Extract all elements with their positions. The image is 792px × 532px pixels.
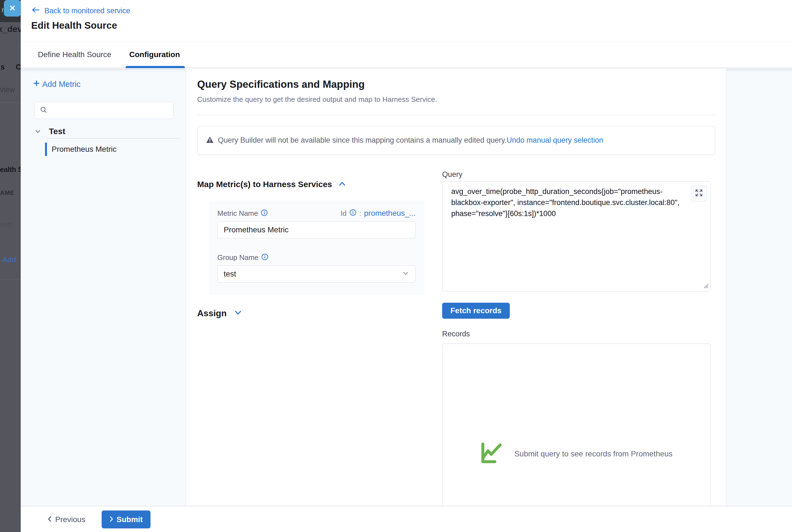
screen: n x_dev s C view ealth S AME rom Add Bac… [0,0,792,532]
maximize-icon [694,188,704,199]
chevron-down-icon [402,271,409,277]
background-fragment: AME [0,189,14,196]
background-fragment: Add [2,255,16,264]
expand-query-button[interactable] [691,186,707,202]
query-textarea[interactable]: avg_over_time(probe_http_duration_second… [451,186,688,219]
arrow-left-icon [31,7,40,15]
records-empty-message: Submit query to see records from Prometh… [514,450,673,458]
metric-name-label: Metric Name [217,209,258,218]
info-icon[interactable] [349,209,356,218]
add-metric-button[interactable]: Add Metric [32,79,81,90]
id-colon: : [359,209,361,218]
chevron-right-icon [109,515,113,524]
modal-footer: Previous Submit [21,506,792,532]
background-fragment: C [16,63,21,72]
mapping-column: Map Metric(s) to Harness Services Metric… [197,69,426,506]
close-icon [8,4,16,13]
tab-configuration[interactable]: Configuration [129,42,180,68]
metric-id-link[interactable]: prometheus_... [364,209,416,218]
back-link[interactable]: Back to monitored service [31,7,130,15]
query-editor: avg_over_time(probe_http_duration_second… [442,181,711,292]
modal-body: Add Metric Test Promet [21,69,792,506]
query-label: Query [442,170,463,179]
metric-group-row[interactable]: Test [21,126,186,139]
tab-define-health-source[interactable]: Define Health Source [38,42,111,68]
sidebar-item-prometheus-metric[interactable]: Prometheus Metric [21,141,186,157]
close-button[interactable] [4,0,21,17]
metric-group-label: Test [49,127,65,136]
edit-health-source-modal: Back to monitored service Edit Health So… [21,0,792,532]
chevron-down-icon[interactable] [234,310,242,317]
group-name-value: test [224,270,236,279]
search-icon [39,106,48,115]
background-fragment: view [0,86,15,94]
assign-section-title: Assign [197,308,227,319]
id-label: Id [340,209,347,218]
modal-header: Back to monitored service Edit Health So… [21,0,792,41]
fetch-records-button[interactable]: Fetch records [442,303,510,319]
chevron-down-icon [34,129,42,135]
line-chart-icon [480,442,510,466]
query-column: Query avg_over_time(probe_http_duration_… [442,69,711,506]
search-input[interactable] [51,106,167,115]
plus-icon [32,79,41,90]
page-title: Edit Health Source [31,20,117,31]
submit-label: Submit [116,515,143,524]
back-link-label: Back to monitored service [44,7,130,15]
metric-item-label: Prometheus Metric [52,145,116,154]
metric-search [34,102,174,119]
tab-bar: Define Health Source Configuration [21,42,792,68]
query-mapping-panel: Query Specifications and Mapping Customi… [186,69,726,506]
resize-handle[interactable] [702,282,709,290]
previous-button[interactable]: Previous [48,512,85,527]
background-fragment: s [1,63,5,72]
previous-label: Previous [55,515,85,524]
group-divider [45,138,180,138]
metric-mapping-card: Metric Name Id : [209,201,424,295]
metrics-sidebar: Add Metric Test Promet [21,69,186,506]
map-metrics-title: Map Metric(s) to Harness Services [197,179,332,189]
info-icon[interactable] [261,253,269,262]
submit-button[interactable]: Submit [102,511,150,528]
background-fragment: ealth S [0,166,21,174]
chevron-left-icon [48,515,51,524]
add-metric-label: Add Metric [42,80,81,89]
selected-indicator [45,142,47,156]
records-label: Records [442,330,470,338]
metric-name-input[interactable] [217,221,416,239]
chevron-up-icon[interactable] [338,181,346,187]
background-fragment: rom [0,220,13,229]
background-fragment: x_dev [0,24,21,34]
background-divider [0,279,21,280]
active-tab-underline [126,66,185,68]
info-icon[interactable] [261,209,268,217]
background-overlay-strip: n x_dev s C view ealth S AME rom Add [0,0,21,532]
group-name-label: Group Name [217,253,258,262]
group-name-select[interactable]: test [217,265,416,283]
records-panel: Submit query to see records from Prometh… [442,344,711,506]
